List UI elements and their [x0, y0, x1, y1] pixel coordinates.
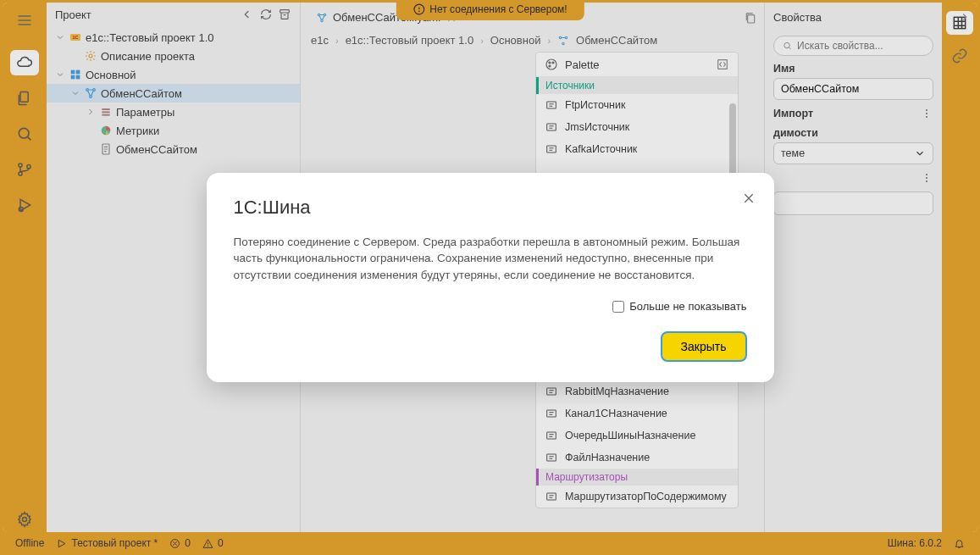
connection-lost-dialog: 1С:Шина Потеряно соединение с Сервером. … [207, 173, 774, 383]
close-icon[interactable] [742, 191, 756, 205]
checkbox-label: Больше не показывать [629, 300, 746, 313]
modal-backdrop: 1С:Шина Потеряно соединение с Сервером. … [0, 0, 980, 555]
dont-show-again-checkbox[interactable] [612, 301, 624, 313]
modal-body: Потеряно соединение с Сервером. Среда ра… [234, 234, 747, 284]
close-button[interactable]: Закрыть [661, 331, 747, 362]
modal-checkbox-row: Больше не показывать [234, 300, 747, 313]
modal-title: 1С:Шина [234, 197, 747, 219]
